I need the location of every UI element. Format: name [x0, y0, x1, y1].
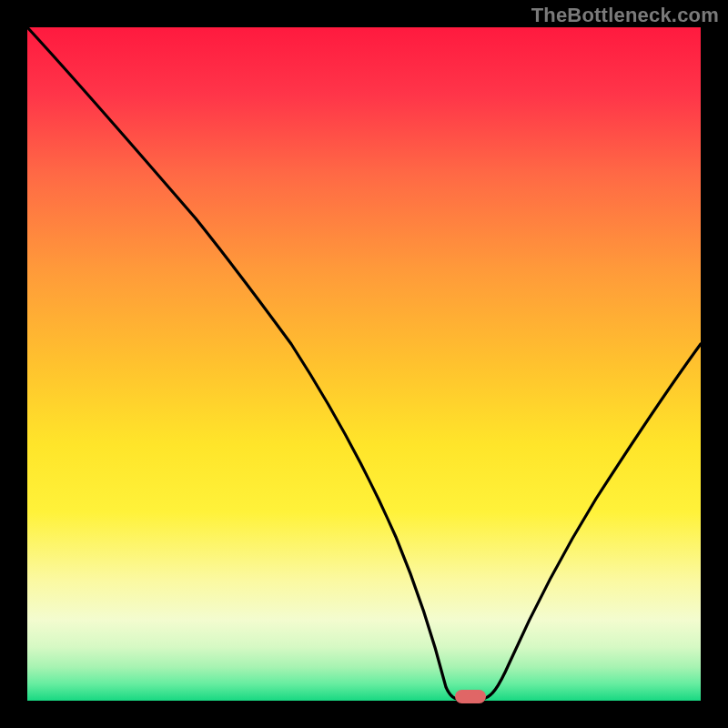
minimum-marker — [455, 690, 486, 703]
watermark-text: TheBottleneck.com — [531, 4, 719, 27]
chart-frame: TheBottleneck.com — [0, 0, 728, 728]
plot-background — [27, 27, 701, 701]
bottleneck-chart — [0, 0, 728, 728]
